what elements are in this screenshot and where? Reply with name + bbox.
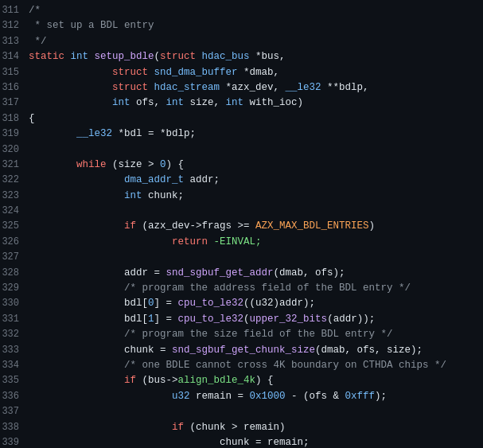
code-token — [29, 67, 112, 78]
table-row: 312 * set up a BDL entry — [0, 18, 483, 33]
line-number: 335 — [0, 373, 29, 388]
code-token: -EINVAL; — [214, 236, 262, 247]
code-token: ((u32)addr); — [243, 298, 315, 309]
line-number: 313 — [0, 34, 29, 49]
line-code: struct hdac_stream *azx_dev, __le32 **bd… — [29, 80, 477, 95]
table-row: 313 */ — [0, 34, 483, 49]
code-token: int — [226, 97, 250, 108]
code-token: __le32 — [286, 82, 328, 93]
code-token: remain = — [196, 391, 250, 402]
code-token: AZX_MAX_BDL_ENTRIES — [255, 220, 369, 232]
code-token: *azx_dev, — [226, 82, 286, 93]
code-token: if — [124, 220, 142, 232]
table-row: 322 dma_addr_t addr; — [0, 173, 483, 188]
line-number: 325 — [0, 219, 29, 234]
line-number: 332 — [0, 327, 29, 342]
code-token: addr = — [124, 267, 166, 279]
code-token: snd_dma_buffer — [154, 67, 244, 78]
line-number: 322 — [0, 173, 29, 188]
code-token: upper_32_bits — [250, 314, 328, 325]
code-token: if — [124, 375, 142, 386]
line-number: 314 — [0, 49, 29, 64]
code-token: chunk = remain; — [220, 437, 310, 448]
line-code: * set up a BDL entry — [29, 18, 477, 33]
code-editor: 311/*312 * set up a BDL entry313 */314st… — [0, 0, 483, 448]
code-token: chunk; — [148, 190, 184, 201]
code-token: * set up a BDL entry — [29, 20, 154, 31]
line-code: int ofs, int size, int with_ioc) — [29, 95, 477, 111]
line-number: 324 — [0, 204, 29, 219]
line-number: 339 — [0, 435, 29, 448]
code-token: addr; — [190, 174, 220, 185]
table-row: 319 __le32 *bdl = *bdlp; — [0, 127, 483, 142]
code-token: u32 — [172, 391, 196, 402]
table-row: 330 bdl[0] = cpu_to_le32((u32)addr); — [0, 296, 483, 311]
line-number: 328 — [0, 266, 29, 281]
code-token: ) { — [166, 159, 185, 170]
code-token: ) — [369, 220, 376, 232]
line-code: bdl[1] = cpu_to_le32(upper_32_bits(addr)… — [29, 312, 477, 327]
code-token — [29, 174, 124, 185]
code-token: ( — [154, 51, 161, 62]
code-token: if — [172, 422, 190, 433]
line-number: 316 — [0, 80, 29, 95]
table-row: 317 int ofs, int size, int with_ioc) — [0, 95, 483, 111]
code-token — [29, 190, 124, 201]
code-token — [29, 282, 124, 294]
code-token: (bus-> — [142, 375, 178, 386]
table-row: 333 chunk = snd_sgbuf_get_chunk_size(dma… — [0, 343, 483, 358]
line-number: 318 — [0, 111, 29, 127]
line-number: 338 — [0, 420, 29, 435]
code-token: ] = — [154, 314, 178, 325]
code-token: 0x1000 — [250, 391, 286, 402]
table-row: 335 if (bus->align_bdle_4k) { — [0, 373, 483, 388]
table-row: 339 chunk = remain; — [0, 435, 483, 448]
line-code: /* one BDLE cannot cross 4K boundary on … — [29, 358, 477, 373]
line-code: chunk = remain; — [29, 435, 477, 448]
code-token — [29, 360, 124, 371]
code-token: int — [71, 51, 95, 62]
code-token: 0 — [148, 298, 154, 309]
code-token: setup_bdle — [95, 51, 154, 62]
line-number: 327 — [0, 250, 29, 265]
code-token: int — [166, 97, 190, 108]
line-number: 317 — [0, 95, 29, 111]
line-number: 330 — [0, 296, 29, 311]
code-token: bdl[ — [124, 298, 148, 309]
code-token: while — [76, 159, 112, 170]
code-token: (chunk > remain) — [190, 422, 286, 433]
code-token: struct — [160, 51, 202, 62]
code-token: static — [29, 51, 71, 62]
table-row: 311/* — [0, 3, 483, 18]
line-number: 326 — [0, 235, 29, 250]
table-row: 324 — [0, 204, 483, 219]
table-row: 320 — [0, 142, 483, 158]
code-token: with_ioc) — [250, 97, 304, 108]
line-number: 315 — [0, 65, 29, 80]
line-number: 333 — [0, 343, 29, 358]
line-code: dma_addr_t addr; — [29, 173, 477, 188]
code-token: size, — [190, 97, 226, 108]
line-number: 336 — [0, 389, 29, 404]
code-token: dma_addr_t — [124, 174, 190, 185]
code-token: (addr)); — [327, 314, 375, 325]
code-token: snd_sgbuf_get_addr — [166, 267, 274, 279]
code-token — [29, 128, 76, 139]
code-token: { — [29, 113, 35, 124]
code-token — [29, 220, 124, 232]
code-token — [29, 82, 112, 93]
code-token: hdac_bus — [202, 51, 256, 62]
code-token: bdl[ — [124, 314, 148, 325]
code-token: ( — [243, 314, 250, 325]
table-row: 328 addr = snd_sgbuf_get_addr(dmab, ofs)… — [0, 266, 483, 281]
line-code: if (bus->align_bdle_4k) { — [29, 373, 477, 388]
line-number: 323 — [0, 189, 29, 204]
code-token: 0xfff — [345, 391, 376, 402]
table-row: 334 /* one BDLE cannot cross 4K boundary… — [0, 358, 483, 373]
line-code: while (size > 0) { — [29, 158, 477, 173]
code-token: /* program the size field of the BDL ent… — [124, 329, 393, 340]
table-row: 326 return -EINVAL; — [0, 235, 483, 250]
table-row: 331 bdl[1] = cpu_to_le32(upper_32_bits(a… — [0, 312, 483, 327]
line-number: 334 — [0, 358, 29, 373]
code-token: /* one BDLE cannot cross 4K boundary on … — [124, 360, 446, 371]
